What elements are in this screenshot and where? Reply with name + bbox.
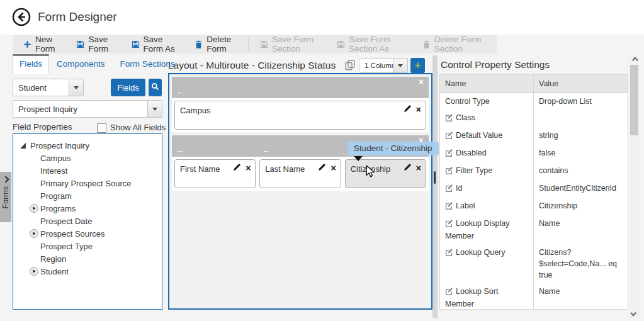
edit-property-icon[interactable] — [445, 166, 453, 177]
back-arrow-icon — [11, 18, 31, 29]
tree-item-program[interactable]: Program — [20, 189, 162, 202]
tree-item-prospect-sources[interactable]: Prospect Sources — [20, 227, 162, 240]
toolbar-button-label: Save Form Section As — [349, 35, 406, 54]
toolbar-button-save-form-as[interactable]: Save Form As — [123, 35, 187, 54]
tree-item-region[interactable]: Region — [20, 252, 162, 265]
property-name: Filter Type — [440, 162, 533, 180]
toolbar-button-new-form[interactable]: New Form — [15, 35, 68, 54]
toolbar-button-delete-form[interactable]: Delete Form — [186, 35, 245, 54]
scroll-up-icon[interactable] — [630, 55, 639, 65]
copy-layout-icon[interactable] — [344, 59, 356, 70]
property-row-lookup-display-member[interactable]: Lookup Display MemberName — [440, 215, 628, 244]
fields-button[interactable]: Fields — [111, 79, 145, 96]
edit-property-icon[interactable] — [445, 219, 453, 230]
tab-label: Components — [57, 59, 105, 69]
tab-fields[interactable]: Fields — [13, 54, 49, 74]
show-all-fields-label: Show All Fields — [110, 123, 166, 132]
panel-splitter[interactable] — [432, 55, 438, 318]
edit-property-icon[interactable] — [445, 131, 453, 142]
field-properties-label: Field Properties — [13, 122, 72, 132]
edit-property-icon[interactable] — [445, 248, 453, 259]
layout-column-header[interactable]: ← — [172, 86, 429, 97]
property-row-filter-type[interactable]: Filter Typecontains — [440, 162, 628, 180]
edit-field-icon[interactable] — [233, 163, 241, 173]
property-value: StudentEntityCitizenId — [533, 180, 628, 198]
move-left-arrow-icon[interactable]: ← — [262, 145, 271, 155]
column-count-dropdown[interactable]: 1 Column — [359, 58, 408, 73]
expand-icon[interactable] — [30, 229, 38, 238]
edit-property-icon[interactable] — [445, 287, 453, 298]
layout-field-last-name[interactable]: Last Name× — [259, 159, 341, 188]
property-row-label[interactable]: LabelCitizenship — [440, 198, 628, 215]
property-name: Lookup Sort Member — [440, 283, 533, 310]
layout-column-header[interactable]: ← — [257, 144, 343, 155]
remove-field-icon[interactable]: × — [416, 164, 421, 172]
toolbar-button-label: Save Form Section — [272, 35, 320, 54]
tree-item-prospect-type[interactable]: Prospect Type — [20, 240, 162, 252]
entity-dropdown[interactable]: Student — [13, 79, 84, 96]
section-header-band[interactable]: ×← — [172, 77, 429, 98]
move-left-arrow-icon[interactable]: ← — [176, 145, 185, 155]
property-table: Name Value Control TypeDrop-down ListCla… — [439, 74, 628, 310]
edit-property-icon[interactable] — [445, 113, 453, 125]
tab-components[interactable]: Components — [49, 54, 113, 74]
remove-field-icon[interactable]: × — [246, 164, 251, 172]
edit-property-icon[interactable] — [445, 149, 453, 160]
layout-column-header[interactable]: ← — [172, 144, 257, 155]
property-value: Citizens?$select=Code,Na... eq true — [533, 244, 628, 283]
layout-column: Citizenship× — [345, 159, 426, 188]
entity-dropdown-value: Student — [13, 83, 69, 93]
edit-field-icon[interactable] — [318, 163, 326, 173]
property-row-lookup-query[interactable]: Lookup QueryCitizens?$select=Code,Na... … — [440, 244, 628, 283]
edit-field-icon[interactable] — [404, 104, 412, 115]
collapse-icon[interactable] — [20, 142, 26, 149]
field-label: Last Name — [265, 164, 305, 174]
layout-field-citizenship[interactable]: Citizenship× — [345, 159, 426, 188]
form-dropdown[interactable]: Prospect Inquiry — [13, 100, 162, 118]
tree-item-label: Region — [40, 254, 66, 264]
property-name: Class — [440, 110, 533, 127]
add-section-button[interactable]: + — [410, 58, 425, 73]
tree-item-prospect-inquiry[interactable]: Prospect Inquiry — [20, 139, 162, 152]
property-row-id[interactable]: IdStudentEntityCitizenId — [440, 180, 628, 198]
remove-field-icon[interactable]: × — [330, 164, 336, 172]
edit-property-icon[interactable] — [445, 201, 453, 213]
layout-field-campus[interactable]: Campus× — [174, 101, 426, 130]
chevron-down-icon[interactable] — [147, 101, 162, 117]
edit-field-icon[interactable] — [404, 163, 412, 173]
toolbar-button-save-form[interactable]: Save Form — [68, 35, 123, 54]
property-row-control-type[interactable]: Control TypeDrop-down List — [440, 93, 628, 110]
expand-icon[interactable] — [30, 267, 38, 276]
scrollbar-thumb[interactable] — [630, 65, 638, 135]
property-row-lookup-sort-member[interactable]: Lookup Sort MemberName — [440, 283, 628, 310]
splitter-handle[interactable] — [434, 171, 436, 184]
expand-icon[interactable] — [30, 204, 38, 213]
forms-slideout-tab[interactable]: Forms — [0, 172, 11, 222]
back-button[interactable] — [11, 7, 31, 27]
remove-field-icon[interactable]: × — [416, 106, 421, 114]
layout-column: Campus× — [174, 101, 426, 130]
tree-item-interest[interactable]: Interest — [20, 164, 162, 177]
property-value: contains — [533, 162, 628, 180]
tree-item-primary-prospect-source[interactable]: Primary Prospect Source — [20, 177, 162, 189]
property-row-disabled[interactable]: Disabledfalse — [440, 145, 628, 162]
tree-item-prospect-date[interactable]: Prospect Date — [20, 215, 162, 227]
save-icon — [260, 40, 268, 48]
property-row-default-value[interactable]: Default Valuestring — [440, 127, 628, 145]
scroll-down-icon[interactable] — [630, 308, 639, 318]
tree-item-label: Program — [40, 191, 72, 201]
edit-property-icon[interactable] — [445, 184, 453, 195]
tree-item-programs[interactable]: Programs — [20, 202, 162, 215]
tree-item-label: Prospect Type — [40, 242, 93, 251]
show-all-fields-checkbox[interactable] — [97, 123, 106, 133]
property-name: Control Type — [440, 93, 533, 110]
tree-item-campus[interactable]: Campus — [20, 152, 162, 164]
search-button[interactable] — [149, 79, 162, 96]
chevron-down-icon[interactable] — [393, 59, 407, 72]
chevron-down-icon[interactable] — [69, 79, 83, 96]
property-row-class[interactable]: Class — [440, 110, 628, 127]
tree-item-student[interactable]: Student — [20, 265, 162, 278]
move-left-arrow-icon[interactable]: ← — [176, 86, 185, 96]
layout-field-first-name[interactable]: First Name× — [174, 159, 256, 188]
vertical-scrollbar[interactable] — [630, 55, 639, 318]
